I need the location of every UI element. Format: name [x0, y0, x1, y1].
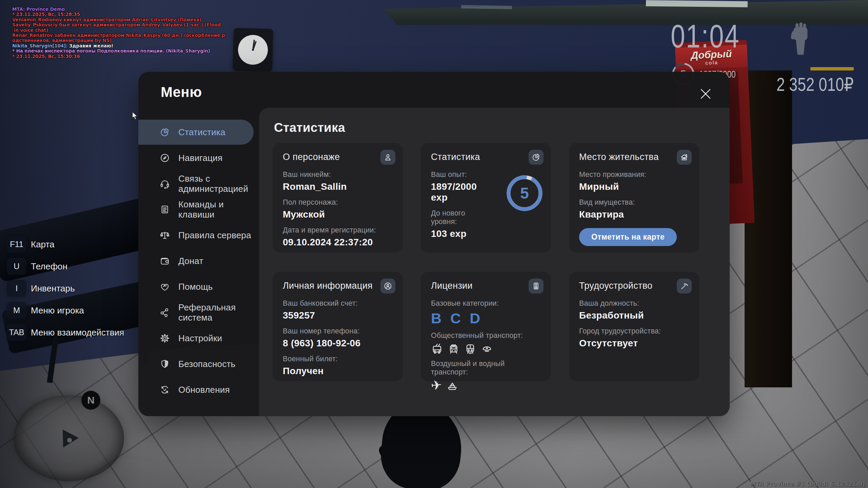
sidebar-item-donate[interactable]: Донат	[138, 248, 259, 274]
page-title: Статистика	[274, 121, 345, 135]
sidebar-item-admin-contact[interactable]: Связь с администрацией	[138, 171, 259, 197]
stat-cards-grid: О персонаже Ваш никнейм: Roman_Sallin По…	[273, 143, 699, 381]
chat-log: MTA: Province Demo * 23.11.2025, Вс, 15:…	[12, 7, 225, 59]
chat-line: * 23.11.2025, Вс, 15:30:36	[12, 54, 225, 59]
close-icon	[700, 88, 711, 100]
sidebar: Статистика Навигация Связь с администрац…	[138, 119, 259, 403]
menu-panel: Меню Статистика Навигация Связь с админи…	[138, 72, 730, 416]
menu-title: Меню	[161, 84, 202, 100]
card-licenses: Лицензии Базовые категории: B C D Общест…	[421, 272, 551, 381]
gear-icon	[159, 333, 170, 344]
money-counter: 2 352 010₽	[757, 73, 854, 95]
hotkey-row: IИнвентарь	[7, 280, 124, 297]
key-badge: TAB	[7, 324, 26, 341]
document-icon	[159, 204, 170, 215]
license-category-b: B	[431, 310, 441, 327]
close-button[interactable]	[698, 87, 713, 101]
sidebar-item-server-rules[interactable]: Правила сервера	[138, 222, 259, 248]
mouse-cursor-icon	[132, 112, 138, 121]
pickaxe-icon	[677, 279, 692, 293]
hotkey-row: UТелефон	[7, 258, 124, 275]
pie-chart-icon	[159, 127, 170, 138]
card-residence: Место жительства Место проживания: Мирны…	[569, 143, 699, 252]
chat-line: Nikita_Sharygin[104]: Здравия желаю!	[12, 43, 225, 48]
plane-icon: ✈	[430, 379, 442, 392]
level-value: 5	[506, 175, 543, 211]
hotkey-label: Телефон	[31, 261, 67, 272]
hotkey-row: MМеню игрока	[7, 302, 124, 319]
hud-clock: 01:04	[671, 18, 757, 55]
exp-progress-ring: 5	[506, 175, 543, 211]
wall-clock-hands	[238, 35, 268, 65]
chat-line: MTA: Province Demo	[12, 7, 225, 12]
public-transport-icons	[431, 343, 541, 355]
sync-icon	[159, 384, 170, 395]
hotkey-row: F11Карта	[7, 236, 124, 253]
hotkey-label: Инвентарь	[31, 283, 75, 294]
train-icon	[464, 343, 476, 355]
hotkey-row: TABМеню взаимодействия	[7, 324, 124, 341]
compass-icon	[159, 152, 170, 163]
ship-icon	[446, 379, 458, 391]
key-badge: I	[7, 280, 26, 297]
hotkey-hints: F11Карта UТелефон IИнвентарь MМеню игрок…	[7, 236, 124, 346]
pie-chart-icon	[529, 150, 544, 165]
ceiling	[383, 0, 868, 25]
chat-line: одственников, администрации by NS)	[12, 38, 225, 43]
key-badge: U	[7, 258, 26, 275]
chat-line: Veniamin_Rodionov кикнут администратором…	[12, 17, 225, 22]
server-watermark: MTA Province #1 (build: 6.12421.9)	[750, 481, 865, 487]
raised-fist-icon	[790, 22, 811, 57]
key-badge: M	[7, 302, 26, 319]
game-screen: Добрый cola MTA: Province Demo * 23.11.2…	[0, 0, 868, 488]
card-personal-info: Личная информация Ваш банковский счет: 3…	[273, 272, 403, 381]
sidebar-item-help[interactable]: Помощь	[138, 274, 259, 300]
wall-clock	[233, 28, 273, 72]
headset-icon	[159, 178, 170, 189]
person-circle-icon	[380, 279, 395, 293]
sidebar-item-statistics[interactable]: Статистика	[138, 119, 259, 145]
key-badge: F11	[7, 236, 26, 253]
chat-line: Saveliy_Pskovsciy был заткнут администра…	[12, 22, 225, 27]
player-marker-dot	[67, 438, 72, 443]
content-area: Статистика О персонаже Ваш никнейм: Roma…	[259, 108, 730, 416]
hands-heart-icon	[159, 281, 170, 292]
id-card-icon	[529, 279, 544, 293]
captain-cap-icon	[481, 343, 493, 355]
ceiling-light	[646, 0, 748, 7]
sidebar-item-referral[interactable]: Реферальная система	[138, 300, 259, 325]
gold-progress-bar	[810, 67, 854, 70]
hotkey-label: Карта	[31, 239, 55, 250]
doorway	[745, 70, 792, 387]
chat-line: * 23.11.2025, Вс, 15:28:35	[12, 12, 225, 17]
wall-clock-face	[238, 35, 268, 65]
tram-icon	[448, 343, 460, 355]
chat-message: Здравия желаю!	[67, 43, 113, 48]
license-category-d: D	[470, 310, 480, 327]
shield-icon	[159, 359, 170, 369]
sidebar-item-settings[interactable]: Настройки	[138, 325, 259, 351]
sidebar-item-commands-keys[interactable]: Команды и клавиши	[138, 197, 259, 222]
sidebar-item-navigation[interactable]: Навигация	[138, 145, 259, 171]
license-categories: B C D	[431, 310, 541, 327]
chat-line: in voice chat)	[12, 28, 225, 33]
chat-player-name: Nikita_Sharygin[104]:	[12, 43, 67, 48]
mark-on-map-button[interactable]: Отметить на карте	[579, 228, 677, 246]
card-employment: Трудоустройство Ваша должность: Безработ…	[569, 272, 699, 381]
chat-line: Renar_Renatrov забанен администратором N…	[12, 33, 225, 38]
home-icon	[677, 150, 692, 165]
license-category-c: C	[450, 310, 461, 327]
sidebar-item-security[interactable]: Безопасность	[138, 351, 259, 377]
minimap: N	[14, 395, 124, 481]
scales-icon	[159, 230, 170, 241]
vending-sub-text: cola	[705, 59, 718, 66]
sidebar-item-updates[interactable]: Обновления	[138, 377, 259, 403]
air-water-transport-icons: ✈	[431, 379, 541, 391]
wallet-icon	[159, 256, 170, 266]
chat-line: * На плечах инспектора погоны Подполковн…	[12, 48, 225, 54]
card-statistics: Статистика Ваш опыт: 1897/2000 exp До но…	[421, 143, 551, 252]
network-icon	[159, 307, 170, 318]
hotkey-label: Меню игрока	[31, 305, 84, 316]
person-icon	[380, 150, 395, 165]
card-character: О персонаже Ваш никнейм: Roman_Sallin По…	[273, 143, 403, 252]
